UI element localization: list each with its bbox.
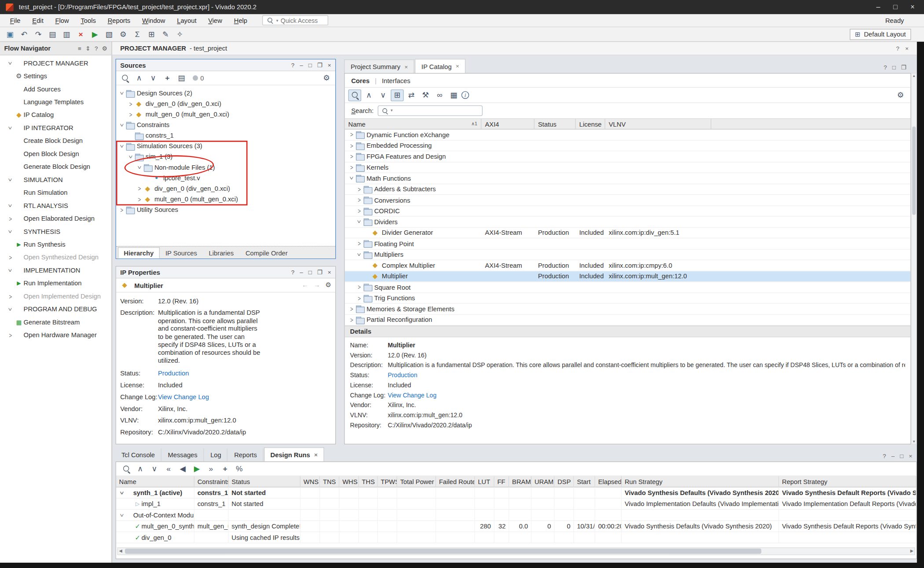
expander-icon[interactable]: [127, 153, 134, 160]
flow-nav-entry[interactable]: Open Elaborated Design: [0, 212, 111, 225]
tab-log[interactable]: Log ×: [205, 448, 228, 461]
close-icon[interactable]: ×: [905, 45, 909, 51]
expander-icon[interactable]: [348, 142, 356, 149]
Dynamic Function eXchange[interactable]: Dynamic Function eXchange: [345, 130, 910, 141]
help-icon[interactable]: ?: [884, 64, 887, 71]
minimize-icon[interactable]: –: [300, 269, 303, 276]
column-header[interactable]: BRAM: [509, 476, 532, 487]
flow-nav-entry[interactable]: Generate Block Design: [0, 160, 111, 173]
menu-item[interactable]: Tools: [75, 15, 101, 25]
tab-close-icon[interactable]: ×: [314, 451, 318, 458]
expander-icon[interactable]: [118, 143, 125, 149]
close-icon[interactable]: ×: [909, 453, 912, 459]
expander-icon[interactable]: [136, 196, 143, 202]
quick-access-search[interactable]: ▾: [262, 15, 328, 25]
help-icon[interactable]: ?: [95, 45, 98, 51]
column-header[interactable]: License: [576, 119, 605, 129]
help-icon[interactable]: ?: [291, 269, 294, 276]
tab-compile-order[interactable]: Compile Order: [240, 247, 294, 258]
flow-nav-entry[interactable]: SIMULATION: [0, 173, 111, 186]
property-value[interactable]: Production: [158, 369, 189, 376]
launch-runs-icon[interactable]: ▶: [191, 463, 203, 475]
column-header[interactable]: FF: [495, 476, 509, 487]
board-icon[interactable]: ⊞: [145, 28, 158, 40]
maximize-icon[interactable]: ❐: [317, 269, 323, 276]
tree-item[interactable]: mult_gen_0 (mult_gen_0.xci): [116, 109, 335, 120]
float-icon[interactable]: □: [308, 269, 312, 276]
info-icon[interactable]: i: [462, 91, 469, 99]
vertical-scrollbar[interactable]: ▲ ▼: [911, 73, 917, 444]
Embedded Processing[interactable]: Embedded Processing: [345, 140, 910, 151]
compare-icon[interactable]: ⇄: [405, 89, 418, 101]
flow-nav-entry[interactable]: Generate Bitstream: [0, 316, 111, 328]
dock-icon[interactable]: ≡: [78, 45, 81, 51]
synth_1 (active)[interactable]: synth_1 (active) constrs_1 Not started: [116, 488, 917, 499]
FPGA Features and Design[interactable]: FPGA Features and Design: [345, 151, 910, 162]
flow-nav-entry[interactable]: Open Implemented Design: [0, 290, 111, 302]
expand-all-icon[interactable]: ∨: [148, 463, 161, 475]
column-header[interactable]: THS: [359, 476, 378, 487]
menu-item[interactable]: Reports: [103, 15, 136, 25]
Divider Generator[interactable]: Divider Generator AXI4-Stream Production…: [345, 227, 910, 238]
minimize-icon[interactable]: –: [891, 453, 895, 459]
tree-item[interactable]: div_gen_0 (div_gen_0.xci): [116, 183, 335, 193]
expander-icon[interactable]: [348, 164, 356, 171]
detail-value[interactable]: Production: [388, 371, 417, 379]
tab-hierarchy[interactable]: Hierarchy: [118, 247, 160, 258]
flow-nav-entry[interactable]: Add Sources: [0, 82, 111, 95]
column-header[interactable]: TPWS: [378, 476, 397, 487]
column-header[interactable]: Failed Routes: [436, 476, 475, 487]
column-header[interactable]: LUT: [475, 476, 494, 487]
search-icon[interactable]: [118, 72, 131, 84]
Multipliers[interactable]: Multipliers: [345, 249, 910, 260]
minimize-icon[interactable]: –: [300, 62, 303, 69]
tree-item[interactable]: constrs_1: [116, 130, 335, 141]
link-icon[interactable]: ∞: [433, 89, 446, 101]
tab-ip-sources[interactable]: IP Sources: [160, 247, 203, 258]
div_gen_0[interactable]: div_gen_0 Using cached IP results: [116, 532, 917, 543]
settings-icon[interactable]: ⚙: [320, 72, 333, 84]
maximize-button[interactable]: □: [893, 3, 898, 11]
expander-icon[interactable]: [348, 153, 356, 160]
Dividers[interactable]: Dividers: [345, 217, 910, 228]
sources-panel-titlebar[interactable]: Sources ? – □ ❐ ×: [116, 59, 335, 71]
flow-nav-entry[interactable]: PROJECT MANAGER: [0, 57, 111, 69]
flow-nav-entry[interactable]: Run Simulation: [0, 186, 111, 199]
menu-item[interactable]: Edit: [27, 15, 49, 25]
collapse-all-icon[interactable]: ∧: [134, 463, 147, 475]
tree-item[interactable]: Design Sources (2): [116, 87, 335, 98]
menu-item[interactable]: Flow: [50, 15, 74, 25]
scrollbar-thumb[interactable]: [125, 549, 761, 554]
step-back-icon[interactable]: ◀: [176, 463, 189, 475]
help-icon[interactable]: ?: [883, 453, 886, 459]
column-header[interactable]: Status: [535, 119, 576, 129]
tab-close-icon[interactable]: ×: [456, 63, 459, 69]
fast-forward-icon[interactable]: »: [205, 463, 217, 475]
flow-nav-entry[interactable]: IP Catalog: [0, 108, 111, 121]
layout-selector[interactable]: ⊞ Default Layout: [850, 29, 911, 40]
edit-icon[interactable]: ✎: [159, 28, 172, 40]
Kernels[interactable]: Kernels: [345, 162, 910, 173]
search-icon[interactable]: [348, 89, 361, 101]
catalog-search-input[interactable]: [395, 107, 479, 114]
create-runs-icon[interactable]: +: [219, 463, 231, 475]
collapse-all-icon[interactable]: ∧: [132, 72, 145, 84]
resize-icon[interactable]: ⇕: [85, 45, 90, 51]
menu-item[interactable]: File: [5, 15, 26, 25]
sum-icon[interactable]: Σ: [131, 28, 143, 40]
expander-icon[interactable]: [356, 218, 363, 225]
subnav-interfaces[interactable]: Interfaces: [382, 77, 411, 84]
flow-nav-entry[interactable]: Settings: [0, 69, 111, 82]
quick-access-input[interactable]: [281, 17, 326, 24]
scroll-up-icon[interactable]: ▲: [912, 74, 917, 78]
menu-item[interactable]: Help: [229, 15, 253, 25]
float-icon[interactable]: □: [892, 64, 896, 71]
reset-runs-icon[interactable]: «: [162, 463, 175, 475]
flow-nav-entry[interactable]: Open Block Design: [0, 147, 111, 160]
tab-messages[interactable]: Messages ×: [162, 448, 204, 461]
column-header[interactable]: Elapsed: [595, 476, 622, 487]
expand-all-icon[interactable]: ∨: [147, 72, 159, 84]
cleanup-icon[interactable]: ✧: [173, 28, 186, 40]
expand-all-icon[interactable]: ∨: [377, 89, 389, 101]
forward-icon[interactable]: →: [314, 281, 320, 289]
